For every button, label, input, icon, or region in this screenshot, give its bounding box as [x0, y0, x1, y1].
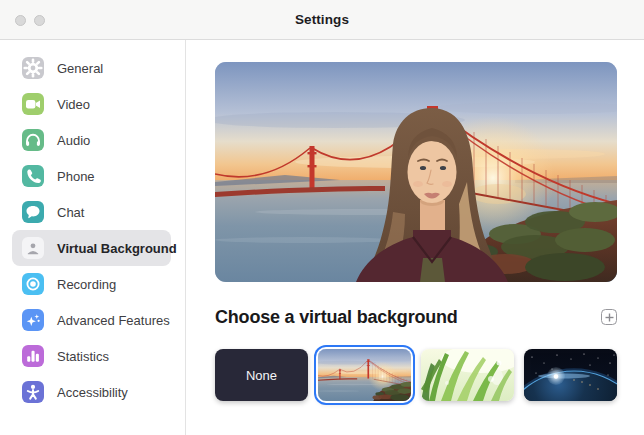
plus-icon	[605, 313, 614, 322]
sidebar-item-virtual-background[interactable]: Virtual Background	[12, 230, 171, 266]
sidebar-item-label: Statistics	[57, 349, 109, 364]
phone-icon	[22, 165, 44, 187]
sidebar-item-label: Recording	[57, 277, 116, 292]
thumbnail-earth[interactable]	[524, 349, 617, 401]
background-thumbnails: None	[215, 349, 617, 401]
sidebar-item-label: Advanced Features	[57, 313, 170, 328]
virtual-background-panel: Choose a virtual background None	[186, 40, 644, 435]
title-bar: Settings	[0, 0, 644, 40]
golden-gate-thumbnail-image	[318, 349, 411, 401]
grass-thumbnail-image	[421, 349, 514, 401]
page-title: Choose a virtual background	[215, 307, 458, 328]
add-background-button[interactable]	[601, 309, 617, 325]
sidebar-item-chat[interactable]: Chat	[12, 194, 171, 230]
sidebar-item-phone[interactable]: Phone	[12, 158, 171, 194]
preview-image	[215, 62, 617, 282]
sidebar-item-accessibility[interactable]: Accessibility	[12, 374, 171, 410]
settings-sidebar: General Video	[0, 40, 186, 435]
none-label: None	[246, 368, 277, 383]
accessibility-icon	[22, 381, 44, 403]
sidebar-item-statistics[interactable]: Statistics	[12, 338, 171, 374]
earth-thumbnail-image	[524, 349, 617, 401]
window-title: Settings	[295, 12, 349, 27]
gear-icon	[22, 57, 44, 79]
sparkles-icon	[22, 309, 44, 331]
sidebar-item-recording[interactable]: Recording	[12, 266, 171, 302]
camera-preview	[215, 62, 617, 282]
sidebar-item-label: General	[57, 61, 103, 76]
sidebar-item-video[interactable]: Video	[12, 86, 171, 122]
sidebar-item-general[interactable]: General	[12, 50, 171, 86]
sidebar-item-label: Audio	[57, 133, 90, 148]
thumbnail-grass[interactable]	[421, 349, 514, 401]
thumbnail-golden-gate-bridge[interactable]	[318, 349, 411, 401]
sidebar-item-audio[interactable]: Audio	[12, 122, 171, 158]
settings-window: Settings General	[0, 0, 644, 435]
chat-bubble-icon	[22, 201, 44, 223]
sidebar-item-advanced-features[interactable]: Advanced Features	[12, 302, 171, 338]
sidebar-item-label: Virtual Background	[57, 241, 177, 256]
traffic-lights	[15, 0, 45, 40]
sidebar-item-label: Video	[57, 97, 90, 112]
bar-chart-icon	[22, 345, 44, 367]
close-button[interactable]	[15, 15, 26, 26]
sidebar-item-label: Chat	[57, 205, 84, 220]
sidebar-item-label: Phone	[57, 169, 95, 184]
portrait-icon	[22, 237, 44, 259]
video-camera-icon	[22, 93, 44, 115]
thumbnail-none[interactable]: None	[215, 349, 308, 401]
headphones-icon	[22, 129, 44, 151]
record-icon	[22, 273, 44, 295]
minimize-button[interactable]	[34, 15, 45, 26]
sidebar-item-label: Accessibility	[57, 385, 128, 400]
